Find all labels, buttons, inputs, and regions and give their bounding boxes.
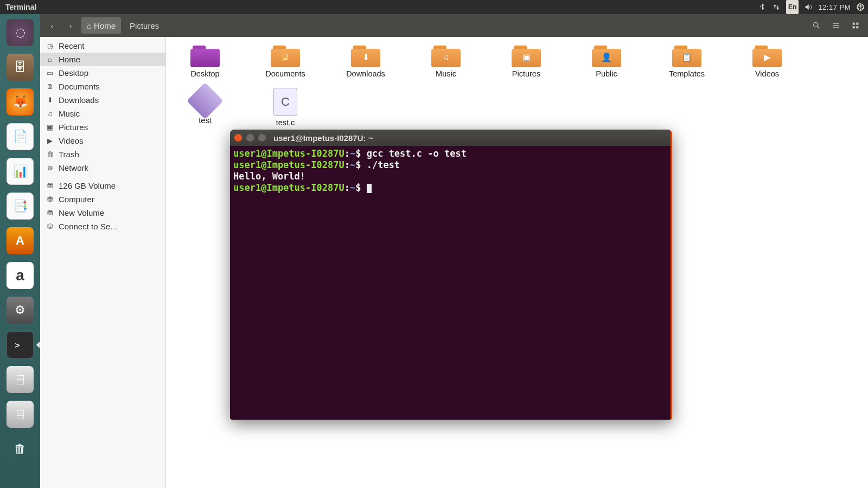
launcher-ubuntu[interactable]: ◌ bbox=[5, 17, 35, 48]
place-trash[interactable]: 🗑Trash bbox=[40, 147, 165, 161]
keyboard-layout-indicator[interactable]: En bbox=[786, 0, 799, 14]
volume-icon[interactable] bbox=[804, 0, 813, 14]
place-label: Trash bbox=[59, 150, 79, 159]
file-item-test[interactable]: test bbox=[178, 88, 232, 127]
folder-badge-icon: 👤 bbox=[601, 52, 612, 62]
settings-icon: ⚙ bbox=[7, 297, 34, 324]
place-icon: ◷ bbox=[46, 42, 54, 50]
place-label: New Volume bbox=[59, 208, 104, 217]
grid-view-button[interactable] bbox=[847, 17, 864, 34]
bluetooth-icon[interactable] bbox=[758, 0, 767, 14]
launcher-dock: ◌🗄🦊📄📊📑Aa⚙>_⌸⌸🗑 bbox=[0, 14, 40, 488]
place-recent[interactable]: ◷Recent bbox=[40, 39, 165, 53]
launcher-writer[interactable]: 📄 bbox=[5, 121, 35, 152]
place-videos[interactable]: ▶Videos bbox=[40, 134, 165, 147]
file-item-downloads[interactable]: ⬇Downloads bbox=[339, 44, 393, 78]
files-toolbar: ‹ › ⌂ Home Pictures bbox=[40, 14, 868, 37]
file-item-public[interactable]: 👤Public bbox=[579, 44, 634, 78]
place-icon: ⬇ bbox=[46, 96, 54, 104]
place-126-gb-volume[interactable]: ⛃126 GB Volume bbox=[40, 179, 165, 192]
folder-badge-icon: 📋 bbox=[681, 52, 692, 62]
place-connect-to-se-[interactable]: ⛁Connect to Se… bbox=[40, 220, 165, 233]
list-view-button[interactable] bbox=[828, 17, 844, 34]
place-new-volume[interactable]: ⛃New Volume bbox=[40, 206, 165, 220]
network-icon[interactable] bbox=[772, 0, 781, 14]
search-button[interactable] bbox=[808, 17, 825, 34]
file-item-test-c[interactable]: Ctest.c bbox=[258, 88, 312, 127]
svg-rect-3 bbox=[833, 25, 839, 25]
file-label: Desktop bbox=[190, 69, 219, 78]
window-close-button[interactable] bbox=[234, 134, 242, 142]
file-icon: 📋 bbox=[672, 44, 701, 67]
launcher-settings[interactable]: ⚙ bbox=[5, 295, 35, 325]
launcher-files[interactable]: 🗄 bbox=[5, 52, 35, 82]
svg-rect-2 bbox=[833, 23, 839, 23]
top-panel: Terminal En 12:17 PM bbox=[0, 0, 868, 14]
place-downloads[interactable]: ⬇Downloads bbox=[40, 93, 165, 107]
place-label: Connect to Se… bbox=[59, 222, 118, 231]
folder-badge-icon: ⬇ bbox=[362, 52, 369, 62]
file-icon: 👤 bbox=[592, 44, 621, 67]
writer-icon: 📄 bbox=[7, 123, 34, 150]
drive2-icon: ⌸ bbox=[7, 401, 34, 428]
window-maximize-button[interactable] bbox=[258, 134, 266, 142]
place-desktop[interactable]: ▭Desktop bbox=[40, 66, 165, 80]
file-icon bbox=[187, 82, 224, 119]
file-item-templates[interactable]: 📋Templates bbox=[660, 44, 714, 78]
file-icon: ⬇ bbox=[351, 44, 380, 67]
folder-badge-icon: ▣ bbox=[522, 52, 531, 62]
place-label: Recent bbox=[59, 41, 85, 50]
power-icon[interactable] bbox=[856, 0, 865, 14]
file-icon: ♫ bbox=[431, 44, 461, 67]
place-label: Videos bbox=[59, 136, 84, 145]
path-pictures-label: Pictures bbox=[130, 21, 159, 30]
file-label: Music bbox=[436, 69, 456, 78]
file-item-documents[interactable]: 🗎Documents bbox=[258, 44, 312, 78]
place-label: Downloads bbox=[59, 95, 99, 105]
window-minimize-button[interactable] bbox=[246, 134, 254, 142]
place-label: Pictures bbox=[59, 123, 88, 132]
file-item-pictures[interactable]: ▣Pictures bbox=[499, 44, 553, 78]
place-music[interactable]: ♫Music bbox=[40, 107, 165, 120]
launcher-drive1[interactable]: ⌸ bbox=[5, 364, 35, 395]
folder-badge-icon: ▶ bbox=[764, 52, 770, 62]
launcher-calc[interactable]: 📊 bbox=[5, 156, 35, 187]
nav-back-button[interactable]: ‹ bbox=[44, 18, 60, 33]
svg-rect-7 bbox=[853, 26, 855, 28]
launcher-drive2[interactable]: ⌸ bbox=[5, 399, 35, 429]
place-label: Desktop bbox=[59, 68, 88, 78]
launcher-amazon[interactable]: a bbox=[5, 260, 35, 291]
clock[interactable]: 12:17 PM bbox=[818, 0, 851, 14]
firefox-icon: 🦊 bbox=[7, 88, 34, 115]
place-home[interactable]: ⌂Home bbox=[40, 53, 165, 66]
place-pictures[interactable]: ▣Pictures bbox=[40, 120, 165, 134]
launcher-software[interactable]: A bbox=[5, 226, 35, 256]
file-item-music[interactable]: ♫Music bbox=[419, 44, 473, 78]
place-computer[interactable]: ⛃Computer bbox=[40, 192, 165, 206]
place-network[interactable]: ⊕Network bbox=[40, 161, 165, 175]
terminal-body[interactable]: user1@Impetus-I0287U:~$ gcc test.c -o te… bbox=[230, 146, 671, 196]
terminal-icon: >_ bbox=[7, 331, 34, 358]
terminal-window[interactable]: user1@Impetus-I0287U: ~ user1@Impetus-I0… bbox=[230, 130, 672, 420]
launcher-impress[interactable]: 📑 bbox=[5, 191, 35, 221]
launcher-firefox[interactable]: 🦊 bbox=[5, 87, 35, 117]
ubuntu-icon: ◌ bbox=[7, 19, 34, 46]
path-home-button[interactable]: ⌂ Home bbox=[81, 17, 121, 34]
amazon-icon: a bbox=[7, 262, 34, 289]
launcher-trash[interactable]: 🗑 bbox=[5, 434, 35, 464]
path-pictures-button[interactable]: Pictures bbox=[124, 17, 164, 34]
file-item-videos[interactable]: ▶Videos bbox=[740, 44, 794, 78]
nav-forward-button[interactable]: › bbox=[63, 18, 78, 33]
file-item-desktop[interactable]: Desktop bbox=[178, 44, 232, 78]
svg-rect-5 bbox=[853, 23, 855, 25]
terminal-titlebar[interactable]: user1@Impetus-I0287U: ~ bbox=[230, 130, 671, 146]
files-icon: 🗄 bbox=[7, 54, 34, 81]
launcher-terminal[interactable]: >_ bbox=[5, 330, 35, 360]
place-icon: 🗑 bbox=[46, 150, 54, 158]
svg-rect-8 bbox=[856, 26, 858, 28]
impress-icon: 📑 bbox=[7, 192, 34, 220]
file-icon: ▣ bbox=[512, 44, 541, 67]
place-documents[interactable]: 🗎Documents bbox=[40, 80, 165, 93]
place-icon: ⛁ bbox=[46, 222, 54, 230]
place-icon: ⛃ bbox=[46, 182, 54, 190]
